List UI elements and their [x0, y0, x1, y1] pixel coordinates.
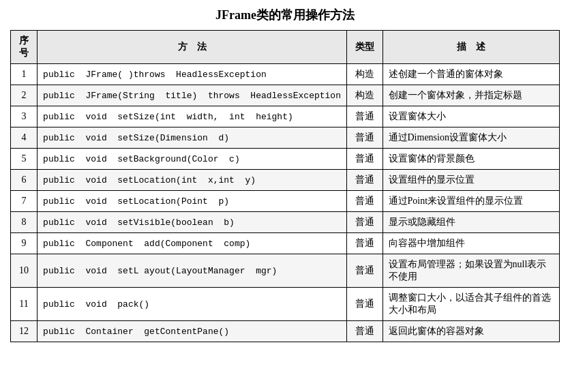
cell-method: public void setBackground(Color c) [38, 149, 347, 170]
cell-method: public void setL ayout(LayoutManager mgr… [38, 254, 347, 288]
cell-seq: 2 [11, 85, 38, 106]
table-row: 1public JFrame( )throws HeadlessExceptio… [11, 64, 560, 85]
cell-seq: 11 [11, 288, 38, 321]
cell-seq: 1 [11, 64, 38, 85]
cell-desc: 述创建一个普通的窗体对象 [382, 64, 560, 85]
cell-desc: 创建一个窗体对象，并指定标题 [382, 85, 560, 106]
methods-table: 序号 方 法 类型 描 述 1public JFrame( )throws He… [10, 30, 560, 342]
header-row: 序号 方 法 类型 描 述 [11, 31, 560, 64]
header-method: 方 法 [38, 31, 347, 64]
cell-method: public void setLocation(Point p) [38, 191, 347, 212]
header-seq: 序号 [11, 31, 38, 64]
header-desc: 描 述 [382, 31, 560, 64]
cell-desc: 通过Dimension设置窗体大小 [382, 127, 560, 149]
cell-method: public Container getContentPane() [38, 321, 347, 342]
cell-seq: 10 [11, 254, 38, 288]
cell-desc: 设置窗体的背景颜色 [382, 149, 560, 170]
cell-seq: 3 [11, 106, 38, 127]
cell-type: 普通 [346, 191, 382, 212]
cell-type: 普通 [346, 288, 382, 321]
cell-method: public JFrame(String title) throws Headl… [38, 85, 347, 106]
table-row: 11public void pack()普通调整窗口大小，以适合其子组件的首选大… [11, 288, 560, 321]
cell-type: 普通 [346, 233, 382, 254]
cell-type: 普通 [346, 254, 382, 288]
cell-seq: 7 [11, 191, 38, 212]
table-row: 12public Container getContentPane()普通返回此… [11, 321, 560, 342]
cell-type: 普通 [346, 212, 382, 233]
cell-desc: 调整窗口大小，以适合其子组件的首选大小和布局 [382, 288, 560, 321]
page-container: JFrame类的常用操作方法 序号 方 法 类型 描 述 1public JFr… [0, 0, 570, 349]
header-type: 类型 [346, 31, 382, 64]
cell-type: 普通 [346, 321, 382, 342]
table-row: 9public Component add(Component comp)普通向… [11, 233, 560, 254]
cell-desc: 设置组件的显示位置 [382, 170, 560, 191]
cell-desc: 向容器中增加组件 [382, 233, 560, 254]
cell-desc: 设置布局管理器；如果设置为null表示不使用 [382, 254, 560, 288]
cell-method: public void setSize(int width, int heigh… [38, 106, 347, 127]
cell-type: 普通 [346, 170, 382, 191]
cell-desc: 显示或隐藏组件 [382, 212, 560, 233]
cell-type: 普通 [346, 149, 382, 170]
cell-type: 构造 [346, 64, 382, 85]
cell-seq: 6 [11, 170, 38, 191]
cell-desc: 返回此窗体的容器对象 [382, 321, 560, 342]
table-row: 10public void setL ayout(LayoutManager m… [11, 254, 560, 288]
table-row: 4public void setSize(Dimension d)普通通过Dim… [11, 127, 560, 149]
table-row: 3public void setSize(int width, int heig… [11, 106, 560, 127]
cell-method: public Component add(Component comp) [38, 233, 347, 254]
cell-seq: 9 [11, 233, 38, 254]
table-body: 1public JFrame( )throws HeadlessExceptio… [11, 64, 560, 342]
cell-desc: 通过Point来设置组件的显示位置 [382, 191, 560, 212]
page-title: JFrame类的常用操作方法 [10, 7, 560, 23]
table-row: 7public void setLocation(Point p)普通通过Poi… [11, 191, 560, 212]
cell-desc: 设置窗体大小 [382, 106, 560, 127]
cell-seq: 5 [11, 149, 38, 170]
cell-type: 构造 [346, 85, 382, 106]
cell-seq: 4 [11, 127, 38, 149]
cell-seq: 12 [11, 321, 38, 342]
cell-type: 普通 [346, 127, 382, 149]
cell-method: public void setLocation(int x,int y) [38, 170, 347, 191]
table-row: 5public void setBackground(Color c)普通设置窗… [11, 149, 560, 170]
table-row: 2public JFrame(String title) throws Head… [11, 85, 560, 106]
cell-method: public void setSize(Dimension d) [38, 127, 347, 149]
cell-method: public JFrame( )throws HeadlessException [38, 64, 347, 85]
table-row: 8public void setVisible(boolean b)普通显示或隐… [11, 212, 560, 233]
cell-type: 普通 [346, 106, 382, 127]
table-row: 6public void setLocation(int x,int y)普通设… [11, 170, 560, 191]
table-header: 序号 方 法 类型 描 述 [11, 31, 560, 64]
cell-seq: 8 [11, 212, 38, 233]
cell-method: public void pack() [38, 288, 347, 321]
cell-method: public void setVisible(boolean b) [38, 212, 347, 233]
